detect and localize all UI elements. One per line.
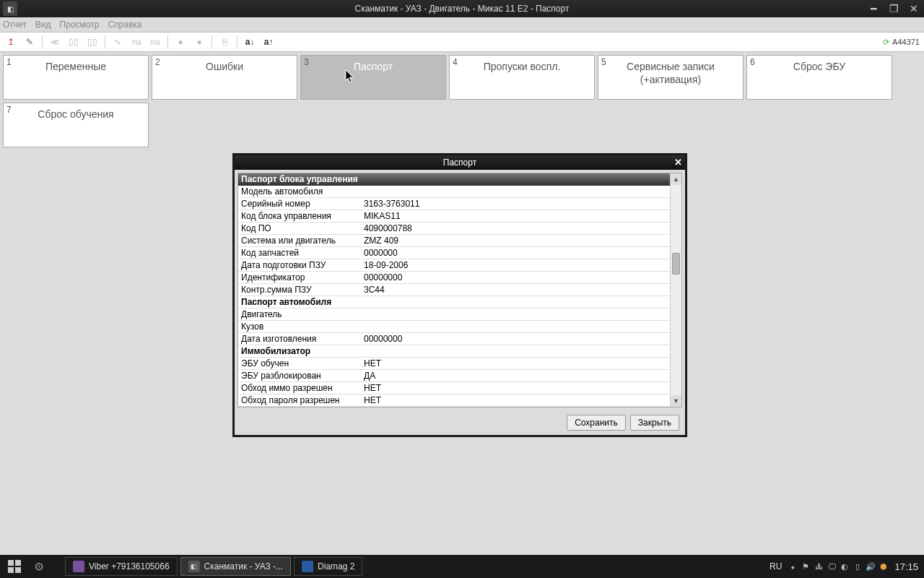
table-row: Дата изготовления00000000 (238, 333, 670, 345)
back-up-icon[interactable]: ↥ (3, 34, 19, 50)
settings-icon[interactable]: ⚙ (29, 560, 49, 574)
table-row: ЭБУ разблокированДА (238, 370, 670, 382)
tab-variables[interactable]: 1 Переменные (3, 55, 149, 100)
rewind-icon[interactable]: ≪ (47, 34, 63, 50)
sort-desc-button[interactable]: a↑ (261, 34, 276, 50)
menubar: Отчет Вид Просмотр Справка (0, 17, 924, 32)
table-row: Модель автомобиля (238, 186, 670, 198)
table-row: Кузов (238, 321, 670, 333)
toolbar: ↥ ✎ ≪ ▯▯ ▯▯ ∿ ms ms ● ● ⎘ a↓ a↑ ⟳ A44371 (0, 32, 924, 52)
close-button[interactable]: Закрыть (630, 415, 679, 431)
table-row: ЭБУ обученНЕТ (238, 358, 670, 370)
table-row: Двигатель (238, 309, 670, 321)
task-scanmatik[interactable]: ◧ Сканматик - УАЗ -... (180, 557, 292, 576)
start-button[interactable] (0, 555, 29, 578)
tray-icon[interactable]: ⬥ (788, 561, 798, 571)
wave-icon[interactable]: ∿ (110, 34, 126, 50)
task-diamag[interactable]: Diamag 2 (294, 557, 362, 576)
section-vehicle-passport: Паспорт автомобиля (238, 296, 670, 309)
export-icon[interactable]: ⎘ (217, 34, 232, 50)
dialog-titlebar[interactable]: Паспорт ✕ (235, 155, 685, 170)
tray-icon[interactable]: 🖵 (827, 561, 837, 571)
tab-misfires[interactable]: 4 Пропуски воспл. (449, 55, 595, 100)
passport-dialog: Паспорт ✕ Паспорт блока управления Модел… (232, 153, 687, 437)
clock[interactable]: 17:15 (894, 561, 918, 572)
table-row: Код запчастей0000000 (238, 247, 670, 259)
dialog-close-icon[interactable]: ✕ (674, 157, 682, 168)
scroll-up-icon[interactable]: ▲ (671, 173, 681, 185)
prev-icon[interactable]: ▯▯ (66, 34, 82, 50)
menu-view[interactable]: Вид (35, 20, 51, 30)
table-row: Дата подготовки ПЗУ18-09-2006 (238, 259, 670, 272)
language-indicator[interactable]: RU (770, 561, 782, 571)
system-tray: RU ⬥ ⚑ 🖧 🖵 ◐ ▯ 🔊 ⬢ 17:15 (770, 561, 924, 572)
tray-icon[interactable]: ◐ (840, 561, 850, 571)
minimize-button[interactable]: ━ (863, 1, 884, 16)
volume-icon[interactable]: 🔊 (866, 561, 876, 571)
tray-icon[interactable]: ⬢ (879, 561, 889, 571)
edit-icon[interactable]: ✎ (22, 34, 38, 50)
diamag-icon (302, 561, 313, 572)
app-icon: ◧ (3, 1, 17, 16)
menu-help[interactable]: Справка (108, 20, 141, 30)
task-viber[interactable]: Viber +79136105066 (65, 557, 178, 576)
tab-passport[interactable]: 3 Паспорт (300, 55, 446, 100)
table-row: Идентификатор00000000 (238, 272, 670, 284)
tab-service-records[interactable]: 5 Сервисные записи (+активация) (598, 55, 744, 100)
dialog-title: Паспорт (443, 158, 476, 168)
section-immobilizer: Иммобилизатор (238, 345, 670, 358)
save-button[interactable]: Сохранить (567, 415, 626, 431)
next-icon[interactable]: ▯▯ (84, 34, 100, 50)
connection-status: ⟳ A44371 (883, 38, 920, 47)
stop-icon[interactable]: ● (191, 34, 207, 50)
table-row: Система или двигательZMZ 409 (238, 235, 670, 247)
table-row: Код блока управленияMIKAS11 (238, 210, 670, 223)
table-row: Обход пароля разрешенНЕТ (238, 394, 670, 407)
maximize-button[interactable]: ❐ (884, 1, 904, 16)
function-tabs: 1 Переменные 2 Ошибки 3 Паспорт 4 Пропус… (0, 52, 924, 150)
dialog-footer: Сохранить Закрыть (235, 410, 685, 435)
viber-icon (73, 561, 84, 572)
dialog-body: Паспорт блока управления Модель автомоби… (237, 173, 682, 407)
tray-icon[interactable]: ⚑ (801, 561, 811, 571)
record-icon[interactable]: ● (173, 34, 188, 50)
close-window-button[interactable]: ✕ (904, 1, 924, 16)
scroll-down-icon[interactable]: ▼ (671, 395, 681, 407)
table-row: Контр.сумма ПЗУ3C44 (238, 284, 670, 296)
ms-icon-2[interactable]: ms (147, 34, 163, 50)
window-titlebar: ◧ Сканматик - УАЗ - Двигатель - Микас 11… (0, 0, 924, 17)
tray-icon[interactable]: 🖧 (814, 561, 824, 571)
menu-browse[interactable]: Просмотр (60, 20, 100, 30)
tray-icon[interactable]: ▯ (853, 561, 863, 571)
section-ecu-passport: Паспорт блока управления (238, 173, 670, 186)
sort-asc-button[interactable]: a↓ (242, 34, 258, 50)
table-row: Обход иммо разрешенНЕТ (238, 382, 670, 394)
table-row: Серийный номер3163-3763011 (238, 198, 670, 210)
table-row: Код ПО4090000788 (238, 223, 670, 235)
menu-report[interactable]: Отчет (3, 20, 27, 30)
scroll-thumb[interactable] (672, 253, 680, 275)
status-code: A44371 (892, 38, 920, 46)
tab-errors[interactable]: 2 Ошибки (152, 55, 297, 100)
tab-learning-reset[interactable]: 7 Сброс обучения (3, 103, 149, 147)
dialog-scrollbar[interactable]: ▲ ▼ (670, 173, 681, 407)
taskbar: ⚙ Viber +79136105066 ◧ Сканматик - УАЗ -… (0, 555, 924, 578)
window-title: Сканматик - УАЗ - Двигатель - Микас 11 Е… (355, 4, 570, 14)
tab-ecu-reset[interactable]: 6 Сброс ЭБУ (746, 55, 892, 100)
ms-icon-1[interactable]: ms (128, 34, 144, 50)
scanmatik-icon: ◧ (188, 561, 200, 572)
